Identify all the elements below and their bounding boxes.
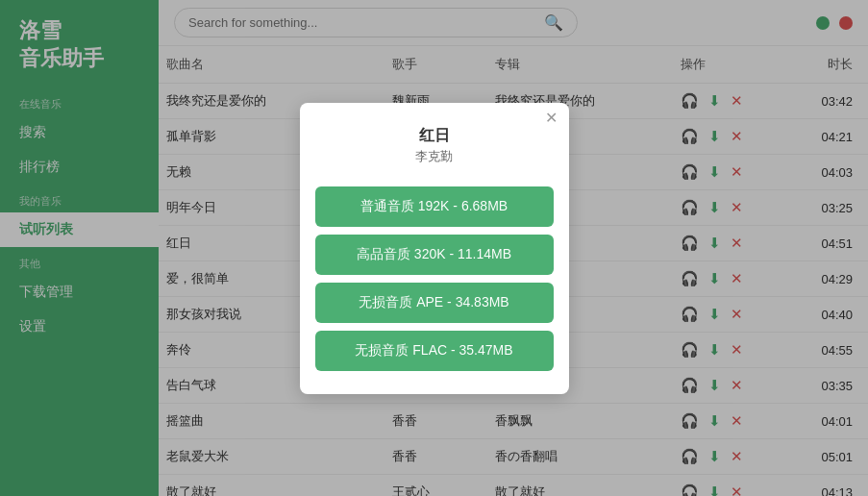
modal-header: ✕ bbox=[300, 103, 569, 126]
quality-option-3[interactable]: 无损音质 FLAC - 35.47MB bbox=[315, 331, 554, 371]
modal-close-button[interactable]: ✕ bbox=[545, 111, 558, 126]
modal-overlay[interactable]: ✕ 红日 李克勤 普通音质 192K - 6.68MB高品音质 320K - 1… bbox=[0, 0, 868, 496]
download-quality-modal: ✕ 红日 李克勤 普通音质 192K - 6.68MB高品音质 320K - 1… bbox=[300, 103, 569, 394]
quality-option-2[interactable]: 无损音质 APE - 34.83MB bbox=[315, 283, 554, 323]
modal-quality-buttons: 普通音质 192K - 6.68MB高品音质 320K - 11.14MB无损音… bbox=[300, 186, 569, 371]
modal-song-name: 红日 bbox=[300, 126, 569, 146]
quality-option-1[interactable]: 高品音质 320K - 11.14MB bbox=[315, 235, 554, 275]
quality-option-0[interactable]: 普通音质 192K - 6.68MB bbox=[315, 186, 554, 227]
modal-artist-name: 李克勤 bbox=[300, 148, 569, 165]
modal-title: 红日 李克勤 bbox=[300, 126, 569, 179]
